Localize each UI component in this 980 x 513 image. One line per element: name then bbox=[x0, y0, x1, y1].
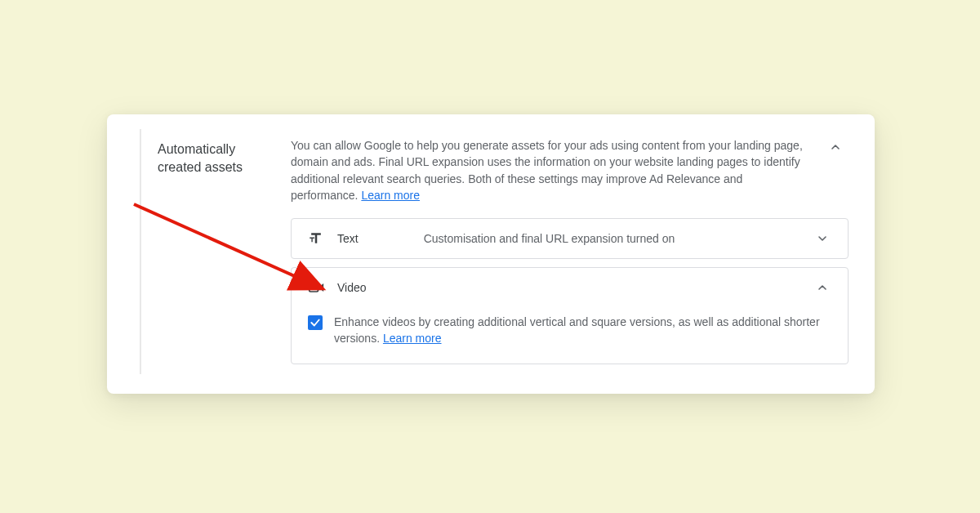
video-learn-more-link[interactable]: Learn more bbox=[383, 332, 442, 345]
learn-more-link[interactable]: Learn more bbox=[361, 189, 420, 202]
enhance-videos-checkbox[interactable] bbox=[308, 315, 323, 330]
text-panel-expand bbox=[813, 232, 831, 245]
video-panel: Video Enhance videos by creating additio… bbox=[291, 267, 849, 364]
check-icon bbox=[310, 317, 321, 328]
video-panel-collapse bbox=[813, 281, 831, 294]
section-main: You can allow Google to help you generat… bbox=[291, 129, 849, 372]
section-title: Automatically created assets bbox=[158, 141, 281, 177]
svg-rect-0 bbox=[310, 283, 318, 292]
text-panel-header[interactable]: Text Customisation and final URL expansi… bbox=[292, 219, 848, 258]
chevron-up-icon bbox=[816, 281, 829, 294]
video-icon bbox=[308, 279, 326, 296]
video-panel-body: Enhance videos by creating additional ve… bbox=[292, 307, 848, 364]
settings-card: Automatically created assets You can all… bbox=[107, 114, 875, 394]
svg-marker-1 bbox=[319, 285, 323, 291]
text-panel-label: Text bbox=[337, 232, 359, 245]
text-panel: Text Customisation and final URL expansi… bbox=[291, 218, 849, 259]
text-icon bbox=[308, 230, 326, 247]
video-panel-header[interactable]: Video bbox=[292, 268, 848, 307]
chevron-up-icon bbox=[829, 141, 842, 154]
video-panel-label: Video bbox=[337, 281, 367, 294]
section-label-column: Automatically created assets bbox=[140, 129, 291, 374]
collapse-section-button[interactable] bbox=[826, 137, 845, 157]
chevron-down-icon bbox=[816, 232, 829, 245]
text-panel-summary: Customisation and final URL expansion tu… bbox=[424, 232, 813, 245]
enhance-videos-label: Enhance videos by creating additional ve… bbox=[334, 314, 831, 347]
section-description: You can allow Google to help you generat… bbox=[291, 129, 849, 218]
